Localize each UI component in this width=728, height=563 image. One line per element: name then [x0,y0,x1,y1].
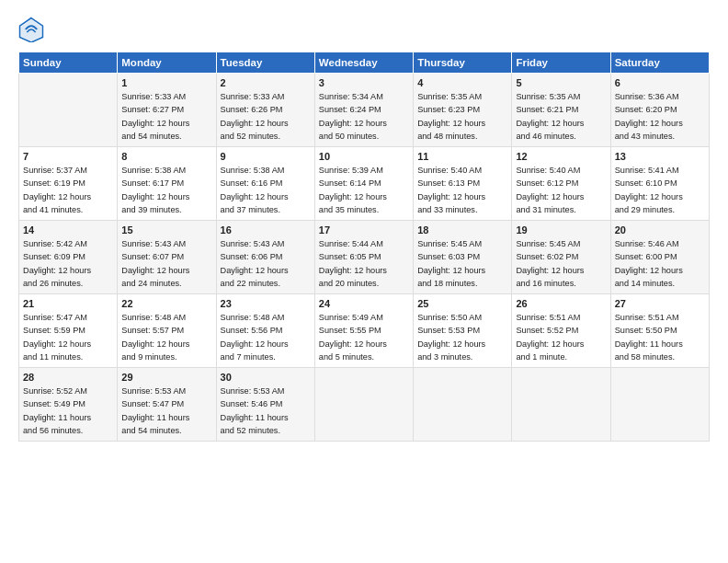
cell-3-2: 15Sunrise: 5:43 AMSunset: 6:07 PMDayligh… [118,221,216,294]
week-row-1: 1Sunrise: 5:33 AMSunset: 6:27 PMDaylight… [19,74,710,147]
cell-1-4: 3Sunrise: 5:34 AMSunset: 6:24 PMDaylight… [314,74,413,147]
logo [18,17,48,42]
cell-2-7: 13Sunrise: 5:41 AMSunset: 6:10 PMDayligh… [610,147,709,221]
cell-4-7: 27Sunrise: 5:51 AMSunset: 5:50 PMDayligh… [610,294,709,368]
weekday-header-monday: Monday [118,52,216,74]
day-number: 20 [615,224,705,236]
weekday-header-tuesday: Tuesday [216,52,314,74]
cell-info: Sunrise: 5:46 AMSunset: 6:00 PMDaylight:… [615,237,705,290]
day-number: 26 [516,298,606,309]
weekday-header-saturday: Saturday [610,52,709,74]
day-number: 8 [121,151,211,162]
cell-4-5: 25Sunrise: 5:50 AMSunset: 5:53 PMDayligh… [414,294,512,368]
day-number: 15 [121,224,211,236]
header [18,17,710,42]
cell-info: Sunrise: 5:49 AMSunset: 5:55 PMDaylight:… [319,311,409,363]
cell-3-4: 17Sunrise: 5:44 AMSunset: 6:05 PMDayligh… [314,221,413,294]
day-number: 17 [319,224,409,236]
day-number: 23 [221,298,311,309]
cell-info: Sunrise: 5:37 AMSunset: 6:19 PMDaylight:… [23,164,113,216]
day-number: 7 [23,151,113,162]
cell-3-5: 18Sunrise: 5:45 AMSunset: 6:03 PMDayligh… [414,221,512,294]
day-number: 29 [121,372,211,383]
day-number: 1 [121,77,211,88]
cell-info: Sunrise: 5:36 AMSunset: 6:20 PMDaylight:… [615,90,705,143]
cell-4-2: 22Sunrise: 5:48 AMSunset: 5:57 PMDayligh… [118,294,216,368]
day-number: 18 [417,224,507,236]
cell-2-1: 7Sunrise: 5:37 AMSunset: 6:19 PMDaylight… [19,147,118,221]
day-number: 4 [417,77,507,88]
day-number: 24 [319,298,409,309]
weekday-header-wednesday: Wednesday [314,52,413,74]
day-number: 9 [221,151,311,162]
cell-info: Sunrise: 5:40 AMSunset: 6:12 PMDaylight:… [516,164,606,216]
cell-info: Sunrise: 5:50 AMSunset: 5:53 PMDaylight:… [417,311,507,363]
cell-info: Sunrise: 5:33 AMSunset: 6:27 PMDaylight:… [121,90,211,143]
day-number: 25 [417,298,507,309]
day-number: 5 [516,77,606,88]
cell-3-3: 16Sunrise: 5:43 AMSunset: 6:06 PMDayligh… [216,221,314,294]
cell-1-6: 5Sunrise: 5:35 AMSunset: 6:21 PMDaylight… [512,74,610,147]
cell-info: Sunrise: 5:41 AMSunset: 6:10 PMDaylight:… [615,164,705,216]
cell-5-3: 30Sunrise: 5:53 AMSunset: 5:46 PMDayligh… [216,368,314,442]
cell-5-7 [610,368,709,442]
page: SundayMondayTuesdayWednesdayThursdayFrid… [0,0,728,563]
weekday-header-friday: Friday [512,52,610,74]
cell-2-3: 9Sunrise: 5:38 AMSunset: 6:16 PMDaylight… [216,147,314,221]
cell-info: Sunrise: 5:33 AMSunset: 6:26 PMDaylight:… [221,90,311,143]
day-number: 13 [615,151,705,162]
cell-info: Sunrise: 5:45 AMSunset: 6:02 PMDaylight:… [516,237,606,290]
cell-info: Sunrise: 5:35 AMSunset: 6:21 PMDaylight:… [516,90,606,143]
cell-2-6: 12Sunrise: 5:40 AMSunset: 6:12 PMDayligh… [512,147,610,221]
day-number: 22 [121,298,211,309]
cell-info: Sunrise: 5:47 AMSunset: 5:59 PMDaylight:… [23,311,113,363]
weekday-header-row: SundayMondayTuesdayWednesdayThursdayFrid… [19,52,710,74]
cell-2-4: 10Sunrise: 5:39 AMSunset: 6:14 PMDayligh… [314,147,413,221]
cell-info: Sunrise: 5:43 AMSunset: 6:06 PMDaylight:… [221,237,311,290]
week-row-4: 21Sunrise: 5:47 AMSunset: 5:59 PMDayligh… [19,294,710,368]
cell-1-7: 6Sunrise: 5:36 AMSunset: 6:20 PMDaylight… [610,74,709,147]
calendar-table: SundayMondayTuesdayWednesdayThursdayFrid… [18,52,710,442]
cell-info: Sunrise: 5:51 AMSunset: 5:52 PMDaylight:… [516,311,606,363]
logo-icon [18,17,44,42]
cell-info: Sunrise: 5:52 AMSunset: 5:49 PMDaylight:… [23,385,113,437]
cell-4-4: 24Sunrise: 5:49 AMSunset: 5:55 PMDayligh… [314,294,413,368]
cell-1-5: 4Sunrise: 5:35 AMSunset: 6:23 PMDaylight… [414,74,512,147]
cell-1-3: 2Sunrise: 5:33 AMSunset: 6:26 PMDaylight… [216,74,314,147]
day-number: 6 [615,77,705,88]
cell-5-6 [512,368,610,442]
cell-5-4 [314,368,413,442]
cell-info: Sunrise: 5:43 AMSunset: 6:07 PMDaylight:… [121,237,211,290]
day-number: 11 [417,151,507,162]
cell-2-2: 8Sunrise: 5:38 AMSunset: 6:17 PMDaylight… [118,147,216,221]
day-number: 30 [221,372,311,383]
cell-info: Sunrise: 5:48 AMSunset: 5:57 PMDaylight:… [121,311,211,363]
cell-info: Sunrise: 5:34 AMSunset: 6:24 PMDaylight:… [319,90,409,143]
day-number: 19 [516,224,606,236]
cell-info: Sunrise: 5:51 AMSunset: 5:50 PMDaylight:… [615,311,705,363]
cell-info: Sunrise: 5:45 AMSunset: 6:03 PMDaylight:… [417,237,507,290]
cell-5-2: 29Sunrise: 5:53 AMSunset: 5:47 PMDayligh… [118,368,216,442]
cell-info: Sunrise: 5:40 AMSunset: 6:13 PMDaylight:… [417,164,507,216]
cell-info: Sunrise: 5:38 AMSunset: 6:17 PMDaylight:… [121,164,211,216]
day-number: 3 [319,77,409,88]
weekday-header-thursday: Thursday [414,52,512,74]
cell-info: Sunrise: 5:53 AMSunset: 5:46 PMDaylight:… [221,385,311,437]
day-number: 12 [516,151,606,162]
cell-info: Sunrise: 5:38 AMSunset: 6:16 PMDaylight:… [221,164,311,216]
day-number: 10 [319,151,409,162]
cell-4-3: 23Sunrise: 5:48 AMSunset: 5:56 PMDayligh… [216,294,314,368]
cell-info: Sunrise: 5:39 AMSunset: 6:14 PMDaylight:… [319,164,409,216]
cell-info: Sunrise: 5:44 AMSunset: 6:05 PMDaylight:… [319,237,409,290]
cell-1-1 [19,74,118,147]
day-number: 2 [221,77,311,88]
day-number: 27 [615,298,705,309]
cell-3-1: 14Sunrise: 5:42 AMSunset: 6:09 PMDayligh… [19,221,118,294]
week-row-3: 14Sunrise: 5:42 AMSunset: 6:09 PMDayligh… [19,221,710,294]
cell-info: Sunrise: 5:35 AMSunset: 6:23 PMDaylight:… [417,90,507,143]
week-row-5: 28Sunrise: 5:52 AMSunset: 5:49 PMDayligh… [19,368,710,442]
cell-1-2: 1Sunrise: 5:33 AMSunset: 6:27 PMDaylight… [118,74,216,147]
day-number: 28 [23,372,113,383]
week-row-2: 7Sunrise: 5:37 AMSunset: 6:19 PMDaylight… [19,147,710,221]
cell-info: Sunrise: 5:42 AMSunset: 6:09 PMDaylight:… [23,237,113,290]
